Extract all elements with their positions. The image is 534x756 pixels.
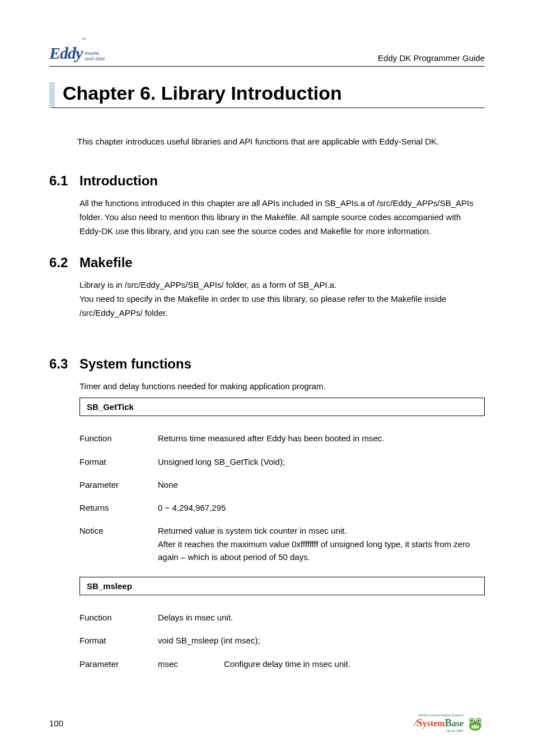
- footer-logo-since: Since 1987: [414, 729, 463, 732]
- section-heading: 6.3 System functions: [49, 356, 485, 372]
- frog-mascot-icon: [466, 713, 485, 732]
- api-row-format: Format Unsigned long SB_GetTick (Void);: [79, 455, 485, 468]
- api-row-parameter: Parameter msec Configure delay time in m…: [79, 657, 485, 670]
- chapter-heading-block: Chapter 6. Library Introduction: [49, 82, 485, 108]
- api-value: Returned value is system tick counter in…: [158, 524, 485, 563]
- logo-tagline: means real-time: [85, 50, 105, 62]
- chapter-intro-paragraph: This chapter introduces useful libraries…: [77, 135, 485, 148]
- trademark-symbol: ™: [81, 37, 86, 42]
- api-value: Delays in msec unit.: [158, 611, 485, 624]
- footer-logo: Serial Communication Experts /SystemBase…: [414, 713, 485, 732]
- api-label: Returns: [79, 501, 158, 514]
- api-value: void SB_msleep (int msec);: [158, 634, 485, 647]
- section-heading: 6.1 Introduction: [49, 173, 485, 189]
- api-value: Returns time measured after Eddy has bee…: [158, 432, 485, 445]
- section-title: Introduction: [79, 173, 158, 189]
- section-number: 6.3: [49, 356, 79, 372]
- api-row-function: Function Delays in msec unit.: [79, 611, 485, 624]
- parameter-description: Configure delay time in msec unit.: [224, 657, 485, 670]
- api-row-format: Format void SB_msleep (int msec);: [79, 634, 485, 647]
- section-body: Library is in /src/Eddy_APPs/SB_APIs/ fo…: [79, 278, 485, 320]
- api-label: Function: [79, 611, 158, 624]
- api-row-function: Function Returns time measured after Edd…: [79, 432, 485, 445]
- api-value: Unsigned long SB_GetTick (Void);: [158, 455, 485, 468]
- api-label: Parameter: [79, 478, 158, 491]
- api-row-notice: Notice Returned value is system tick cou…: [79, 524, 485, 563]
- section-number: 6.2: [49, 255, 79, 270]
- api-value: None: [158, 478, 485, 491]
- section-6-1: 6.1 Introduction All the functions intro…: [49, 173, 485, 238]
- section-6-2: 6.2 Makefile Library is in /src/Eddy_APP…: [49, 255, 485, 320]
- page-footer: 100 Serial Communication Experts /System…: [49, 713, 485, 732]
- api-name-box: SB_msleep: [79, 577, 485, 595]
- svg-point-5: [471, 720, 473, 722]
- document-title: Eddy DK Programmer Guide: [378, 53, 485, 63]
- section-number: 6.1: [49, 173, 79, 189]
- section-heading: 6.2 Makefile: [49, 255, 485, 270]
- page-header: Eddy™ means real-time Eddy DK Programmer…: [49, 44, 485, 67]
- api-value: 0 ~ 4,294,967,295: [158, 501, 485, 514]
- page-number: 100: [49, 718, 63, 728]
- parameter-name: msec: [158, 657, 224, 670]
- chapter-title: Chapter 6. Library Introduction: [63, 82, 485, 104]
- api-name-box: SB_GetTick: [79, 398, 485, 416]
- logo-text: Eddy: [49, 44, 82, 62]
- api-label: Parameter: [79, 657, 158, 670]
- footer-logo-text: /SystemBase: [414, 717, 463, 729]
- section-title: System functions: [79, 356, 191, 372]
- api-details-table: Function Delays in msec unit. Format voi…: [79, 611, 485, 670]
- api-value: msec Configure delay time in msec unit.: [158, 657, 485, 670]
- api-label: Function: [79, 432, 158, 445]
- svg-point-7: [471, 725, 479, 729]
- api-label: Format: [79, 455, 158, 468]
- brand-logo: Eddy™ means real-time: [49, 44, 105, 63]
- api-label: Format: [79, 634, 158, 647]
- section-6-3: 6.3 System functions Timer and delay fun…: [49, 356, 485, 394]
- svg-point-6: [478, 720, 480, 722]
- api-details-table: Function Returns time measured after Edd…: [79, 432, 485, 563]
- section-title: Makefile: [79, 255, 133, 270]
- api-label: Notice: [79, 524, 158, 563]
- section-body: Timer and delay functions needed for mak…: [79, 380, 485, 394]
- api-row-parameter: Parameter None: [79, 478, 485, 491]
- section-body: All the functions introduced in this cha…: [79, 197, 485, 238]
- api-row-returns: Returns 0 ~ 4,294,967,295: [79, 501, 485, 514]
